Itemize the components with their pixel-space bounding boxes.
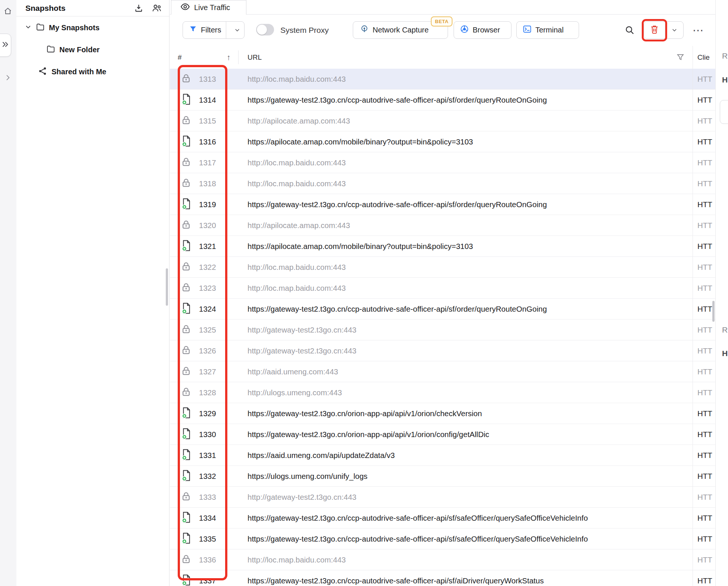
row-client: HTT: [697, 173, 715, 194]
table-row[interactable]: 1322 http://loc.map.baidu.com:443 HTT: [170, 257, 715, 278]
users-icon[interactable]: [152, 3, 162, 13]
table-scrollbar[interactable]: [712, 301, 715, 322]
table-row[interactable]: 1335 https://gateway-test2.t3go.cn/ccp-a…: [170, 529, 715, 549]
download-icon[interactable]: [134, 3, 143, 13]
table-row[interactable]: 1337 https://gateway-test2.t3go.cn/ccp-a…: [170, 570, 715, 586]
document-add-icon: [181, 449, 192, 462]
chevron-down-icon[interactable]: [25, 24, 32, 32]
column-header-url[interactable]: URL: [248, 46, 262, 69]
row-url: https://gateway-test2.t3go.cn/ccp-autodr…: [248, 570, 544, 586]
row-url: http://apilocate.amap.com:443: [248, 110, 350, 131]
row-client: HTT: [697, 403, 715, 424]
table-row[interactable]: 1320 http://apilocate.amap.com:443 HTT: [170, 215, 715, 236]
lock-icon: [181, 157, 191, 168]
row-client: HTT: [697, 487, 715, 507]
table-row[interactable]: 1323 http://loc.map.baidu.com:443 HTT: [170, 278, 715, 299]
document-add-icon: [181, 511, 192, 524]
chevron-down-icon[interactable]: [230, 27, 244, 33]
row-url: http://loc.map.baidu.com:443: [248, 257, 346, 277]
table-row[interactable]: 1326 http://gateway-test2.t3go.cn:443 HT…: [170, 340, 715, 361]
row-client: HTT: [697, 90, 715, 110]
clipped-text: R: [722, 52, 728, 60]
trash-button[interactable]: [644, 24, 665, 36]
lock-icon: [181, 261, 191, 273]
terminal-icon: [523, 25, 532, 35]
sidebar-item-my-snapshots[interactable]: My Snapshots: [16, 17, 169, 39]
chevron-right-icon[interactable]: [4, 74, 12, 83]
tab-live-traffic[interactable]: Live Traffic: [171, 0, 246, 15]
clipped-text: H: [722, 349, 728, 358]
eye-icon: [180, 3, 190, 13]
table-row[interactable]: 1316 https://apilocate.amap.com/mobile/b…: [170, 131, 715, 152]
system-proxy-label: System Proxy: [280, 21, 329, 39]
document-add-icon: [181, 135, 192, 148]
toggle-knob: [257, 25, 267, 35]
sidebar-header: Snapshots: [16, 0, 169, 16]
table-row[interactable]: 1321 https://apilocate.amap.com/mobile/b…: [170, 236, 715, 257]
table-row[interactable]: 1332 https://ulogs.umeng.com/unify_logs …: [170, 466, 715, 487]
chevron-down-icon[interactable]: [665, 27, 683, 33]
row-number: 1321: [199, 236, 216, 256]
table-row[interactable]: 1319 https://gateway-test2.t3go.cn/ccp-a…: [170, 194, 715, 215]
row-number: 1336: [199, 549, 216, 570]
sidebar-title: Snapshots: [25, 4, 134, 13]
browser-icon: [460, 25, 469, 35]
table-row[interactable]: 1325 http://gateway-test2.t3go.cn:443 HT…: [170, 320, 715, 340]
table-row[interactable]: 1318 http://loc.map.baidu.com:443 HTT: [170, 173, 715, 194]
system-proxy-toggle[interactable]: [256, 24, 274, 35]
home-icon[interactable]: [3, 7, 12, 17]
row-url: http://gateway-test2.t3go.cn:443: [248, 487, 357, 507]
search-icon[interactable]: [625, 25, 635, 35]
table-row[interactable]: 1328 http://ulogs.umeng.com:443 HTT: [170, 382, 715, 403]
column-header-index[interactable]: #: [178, 46, 182, 69]
sidebar-item-shared-with-me[interactable]: Shared with Me: [16, 61, 169, 83]
table-row[interactable]: 1336 http://loc.map.baidu.com:443 HTT: [170, 549, 715, 570]
row-client: HTT: [697, 69, 715, 89]
row-number: 1322: [199, 257, 216, 277]
table-row[interactable]: 1317 http://loc.map.baidu.com:443 HTT: [170, 152, 715, 173]
folder-icon: [46, 44, 55, 55]
sidebar-scrollbar[interactable]: [166, 268, 168, 306]
row-client: HTT: [697, 445, 715, 465]
network-capture-label: Network Capture: [373, 26, 429, 34]
column-divider: [693, 46, 693, 586]
table-row[interactable]: 1324 https://gateway-test2.t3go.cn/ccp-a…: [170, 299, 715, 320]
clipped-text: H: [722, 75, 728, 84]
terminal-button[interactable]: Terminal: [516, 21, 579, 39]
row-url: http://loc.map.baidu.com:443: [248, 549, 346, 570]
row-url: http://aaid.umeng.com:443: [248, 361, 338, 382]
sidebar-item-label: My Snapshots: [49, 24, 100, 32]
right-panel-edge: R H R H: [715, 0, 728, 586]
row-url: http://gateway-test2.t3go.cn:443: [248, 320, 357, 340]
table-row[interactable]: 1334 https://gateway-test2.t3go.cn/ccp-a…: [170, 508, 715, 529]
table-row[interactable]: 1330 https://gateway-test2.t3go.cn/orion…: [170, 424, 715, 445]
table-row[interactable]: 1327 http://aaid.umeng.com:443 HTT: [170, 361, 715, 382]
table-row[interactable]: 1315 http://apilocate.amap.com:443 HTT: [170, 110, 715, 131]
row-number: 1330: [199, 424, 216, 445]
filters-label: Filters: [201, 26, 222, 34]
table-row[interactable]: 1329 https://gateway-test2.t3go.cn/orion…: [170, 403, 715, 424]
row-number: 1331: [199, 445, 216, 465]
table-row[interactable]: 1314 https://gateway-test2.t3go.cn/ccp-a…: [170, 90, 715, 110]
table-row[interactable]: 1331 https://aaid.umeng.com/api/updateZd…: [170, 445, 715, 466]
document-add-icon: [181, 198, 192, 211]
tab-label: Live Traffic: [194, 3, 230, 12]
expand-sidebar-button[interactable]: [0, 34, 11, 57]
row-url: http://ulogs.umeng.com:443: [248, 382, 342, 403]
more-options-button[interactable]: ⋯: [690, 21, 707, 39]
column-header-client[interactable]: Clie: [697, 46, 710, 69]
browser-button[interactable]: Browser: [454, 21, 511, 39]
row-client: HTT: [697, 549, 715, 570]
lock-icon: [181, 282, 191, 294]
terminal-label: Terminal: [535, 26, 564, 34]
left-rail: [0, 0, 17, 586]
sidebar-item-new-folder[interactable]: New Folder: [16, 39, 169, 61]
column-filter-icon[interactable]: [676, 46, 685, 69]
table-row[interactable]: 1313 http://loc.map.baidu.com:443 HTT: [170, 69, 715, 90]
lock-icon: [181, 219, 191, 231]
table-row[interactable]: 1333 http://gateway-test2.t3go.cn:443 HT…: [170, 487, 715, 508]
row-number: 1314: [199, 90, 216, 110]
filters-button[interactable]: Filters: [183, 21, 245, 39]
sort-ascending-icon[interactable]: ↑: [227, 46, 231, 69]
column-divider: [238, 50, 239, 64]
